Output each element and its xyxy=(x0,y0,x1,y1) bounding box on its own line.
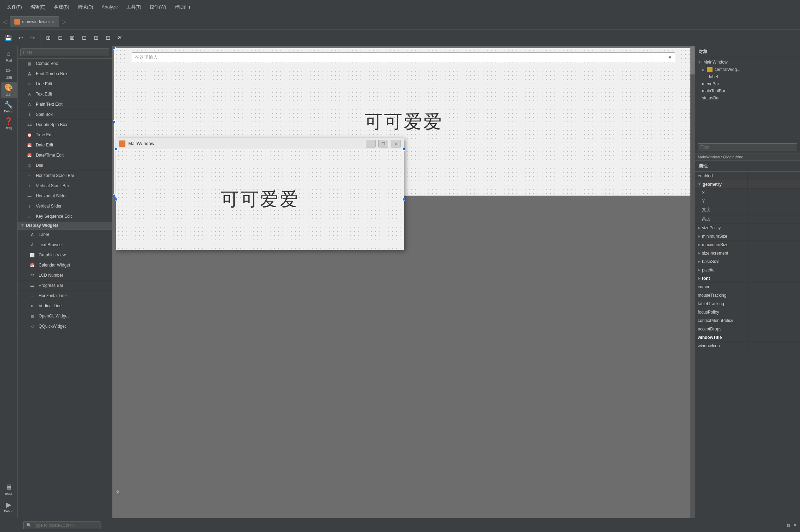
prop-name-height: 高度 xyxy=(695,215,748,223)
widget-label-plaintextedit: Plain Text Edit xyxy=(36,102,63,107)
widget-item-spinbox[interactable]: 1 Spin Box xyxy=(18,110,112,120)
tab-label: mainwindow.ui xyxy=(22,19,50,24)
bottom-dropdown-arrow[interactable]: ▼ xyxy=(793,523,797,528)
widget-item-combobox[interactable]: ▦ Combo Box xyxy=(18,59,112,69)
toolbar-adjust-size-btn[interactable]: ⊞ xyxy=(43,32,54,44)
modal-minimize-btn[interactable]: — xyxy=(366,140,376,147)
prop-label-palette: palette xyxy=(702,268,715,272)
prop-name-width: 宽度 xyxy=(695,205,748,214)
tree-item-maintoolbar[interactable]: mainToolBar xyxy=(695,87,800,94)
object-tree: ▼ MainWindow ▶ centralWidg... label menu… xyxy=(695,57,800,141)
widget-item-label[interactable]: A Label xyxy=(18,230,112,240)
modal-close-btn[interactable]: × xyxy=(391,140,401,147)
prop-name-tablettracking: tabletTracking xyxy=(695,300,748,308)
toolbar-gridlayout-btn[interactable]: ⊞ xyxy=(90,32,102,44)
tree-item-menubar[interactable]: menuBar xyxy=(695,80,800,87)
toolbar-hlayout-btn[interactable]: ⊟ xyxy=(54,32,66,44)
menu-debug[interactable]: 调试(D) xyxy=(73,2,97,12)
toolbar-formlayout-btn[interactable]: ⊡ xyxy=(78,32,90,44)
menu-widget[interactable]: 控件(W) xyxy=(145,2,170,12)
tab-close-button[interactable]: × xyxy=(52,19,54,25)
widget-item-progressbar[interactable]: ▬ Progress Bar xyxy=(18,281,112,291)
menu-analyze[interactable]: Analyze xyxy=(97,3,122,11)
widget-item-hline[interactable]: — Horizontal Line xyxy=(18,291,112,301)
widget-label-graphicsview: Graphics View xyxy=(39,252,66,257)
sidebar-label-debug: Debug xyxy=(4,110,13,113)
widget-label-openglwidget: OpenGL Widget xyxy=(39,314,69,318)
menu-help[interactable]: 帮助(H) xyxy=(170,2,194,12)
props-table: enabled ▼ geometry X Y xyxy=(695,172,800,518)
widget-item-textedit[interactable]: A Text Edit xyxy=(18,89,112,99)
widget-item-timeedit[interactable]: ⏰ Time Edit xyxy=(18,130,112,140)
prop-label-cursor: cursor xyxy=(698,284,709,289)
expand-geometry[interactable]: ▼ xyxy=(698,182,701,186)
toolbar-redo-btn[interactable]: ↪ xyxy=(27,32,38,44)
modal-content[interactable]: 可可爱爱 xyxy=(116,149,404,250)
combo-placeholder: 在这里输入 xyxy=(135,54,158,60)
tree-item-mainwindow[interactable]: ▼ MainWindow xyxy=(695,59,800,66)
widget-filter-input[interactable] xyxy=(20,48,109,56)
sidebar-item-help[interactable]: ❓ 帮助 xyxy=(1,116,17,132)
category-label: Display Widgets xyxy=(26,223,59,228)
widget-item-vslider[interactable]: | Vertical Slider xyxy=(18,201,112,211)
canvas-right-scrollbar[interactable] xyxy=(690,46,695,518)
widget-item-vscrollbar[interactable]: ↕ Vertical Scroll Bar xyxy=(18,181,112,191)
widget-item-dial[interactable]: ◎ Dial xyxy=(18,160,112,171)
canvas-area[interactable]: 在这里输入 ▼ 可可爱爱 MainWindow — □ × 可可爱爱 名 xyxy=(112,46,695,518)
widget-label-dateedit: Date Edit xyxy=(36,143,53,147)
widget-item-datetimeedit[interactable]: 📅 Date/Time Edit xyxy=(18,150,112,160)
sel-handle-tl xyxy=(113,47,116,50)
widget-item-calendarwidget[interactable]: 📅 Calendar Widget xyxy=(18,260,112,270)
tree-item-centralwidg[interactable]: ▶ centralWidg... xyxy=(695,66,800,73)
prop-label-maximumsize: maximumSize xyxy=(702,242,728,247)
modal-maximize-btn[interactable]: □ xyxy=(378,140,388,147)
tab-right-arrow[interactable]: ▷ xyxy=(60,18,67,26)
tree-item-statusbar[interactable]: statusBar xyxy=(695,94,800,101)
toolbar-save-btn[interactable]: 💾 xyxy=(3,32,14,44)
widget-item-qquickwidget[interactable]: ◁ QQuickWidget xyxy=(18,321,112,331)
menu-build[interactable]: 构建(B) xyxy=(50,2,73,12)
widget-item-hscrollbar[interactable]: ↔ Horizontal Scroll Bar xyxy=(18,171,112,181)
widget-item-textbrowser[interactable]: A Text Browser xyxy=(18,240,112,250)
widget-label-qquickwidget: QQuickWidget xyxy=(39,324,66,329)
widget-item-lcdnumber[interactable]: 42 LCD Number xyxy=(18,270,112,281)
widget-item-doublespinbox[interactable]: 1.2 Double Spin Box xyxy=(18,120,112,130)
widget-item-vline[interactable]: III Vertical Line xyxy=(18,301,112,311)
widget-item-graphicsview[interactable]: ⬜ Graphics View xyxy=(18,250,112,260)
toolbar-vlayout-btn[interactable]: ⊠ xyxy=(66,32,78,44)
toolbar-break-btn[interactable]: ⊟ xyxy=(102,32,113,44)
widget-item-lineedit[interactable]: ▭ Line Edit xyxy=(18,79,112,89)
sidebar-item-run-debug[interactable]: ▶ Debug xyxy=(1,499,17,515)
bottom-search-input[interactable] xyxy=(34,523,90,528)
tab-left-arrow[interactable]: ◁ xyxy=(1,18,8,26)
tree-item-label[interactable]: label xyxy=(695,73,800,80)
sidebar-label-welcome: 欢迎 xyxy=(6,58,12,63)
tab-mainwindow[interactable]: mainwindow.ui × xyxy=(10,16,59,27)
combo-box-input[interactable]: 在这里输入 ▼ xyxy=(132,52,675,62)
prop-name-acceptdrops: acceptDrops xyxy=(695,325,748,333)
category-display-widgets[interactable]: ▼ Display Widgets xyxy=(18,222,112,230)
widget-item-dateedit[interactable]: 📅 Date Edit xyxy=(18,140,112,150)
sidebar-label-run-debug: Debug xyxy=(4,510,13,513)
sidebar-item-debug[interactable]: 🔧 Debug xyxy=(1,99,17,115)
widget-item-fontcombobox[interactable]: A Font Combo Box xyxy=(18,69,112,79)
props-filter-area xyxy=(695,141,800,153)
toolbar-undo-btn[interactable]: ↩ xyxy=(15,32,26,44)
prop-value-cursor xyxy=(748,283,800,291)
menu-file[interactable]: 文件(F) xyxy=(3,2,26,12)
widget-item-keyseq[interactable]: ▭ Key Sequence Edit xyxy=(18,211,112,222)
props-filter-input[interactable] xyxy=(698,143,797,151)
menu-edit[interactable]: 编辑(E) xyxy=(26,2,50,12)
sidebar-item-test2[interactable]: 🖥 test2 xyxy=(1,481,17,497)
widget-item-hslider[interactable]: — Horizontal Slider xyxy=(18,191,112,201)
sidebar-item-design[interactable]: 🎨 设计 xyxy=(1,82,17,98)
help-icon: ❓ xyxy=(4,117,13,125)
widget-item-openglwidget[interactable]: ▦ OpenGL Widget xyxy=(18,311,112,321)
sidebar-item-edit[interactable]: ✏ 编辑 xyxy=(1,65,17,81)
sidebar-item-welcome[interactable]: ⌂ 欢迎 xyxy=(1,48,17,64)
prop-row-width: 宽度 xyxy=(695,205,800,215)
toolbar-preview-btn[interactable]: 👁 xyxy=(114,32,125,44)
menu-tools[interactable]: 工具(T) xyxy=(122,2,146,12)
widget-item-plaintextedit[interactable]: A Plain Text Edit xyxy=(18,99,112,110)
canvas-bottom-label: 名 xyxy=(114,488,121,497)
